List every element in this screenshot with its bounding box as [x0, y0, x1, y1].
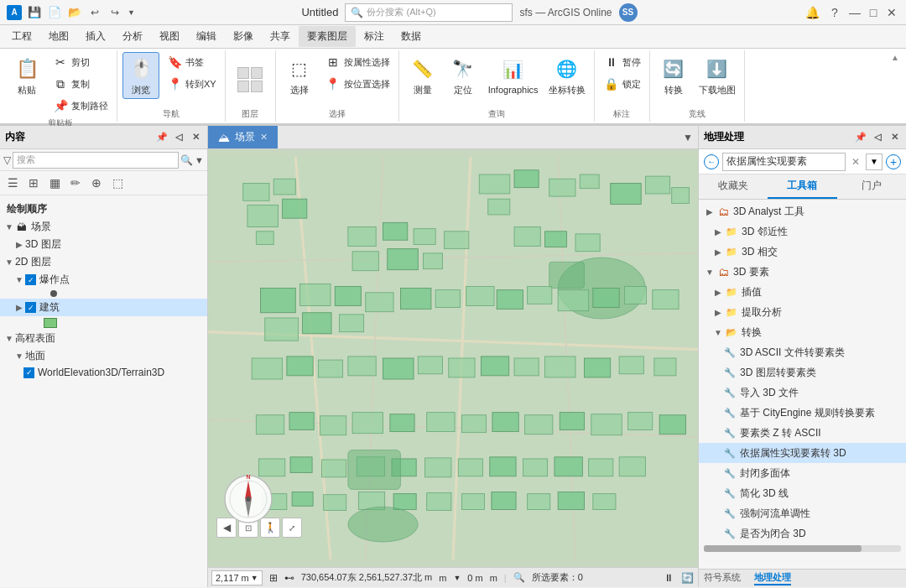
- menu-item-insert[interactable]: 插入: [77, 26, 114, 47]
- building-checkbox[interactable]: ✓: [25, 302, 36, 313]
- ct-add-layer-button[interactable]: ⊕: [87, 174, 106, 192]
- contents-pin-icon[interactable]: 📌: [155, 131, 169, 144]
- gp-pin-icon[interactable]: 📌: [854, 131, 867, 144]
- tab-dropdown-icon[interactable]: ▼: [681, 131, 695, 144]
- 3d-analyst-expand-icon[interactable]: ▶: [704, 206, 716, 217]
- tree-item-building[interactable]: ▶ ✓ 建筑: [0, 299, 207, 316]
- help-icon[interactable]: ?: [825, 3, 844, 22]
- ct-layer-button[interactable]: ⊞: [24, 174, 43, 192]
- quick-open-icon[interactable]: 📂: [67, 5, 82, 20]
- gp-item-close-solid[interactable]: 🔧 封闭多面体: [699, 463, 906, 483]
- gp-item-3d-intersect[interactable]: ▶ 📁 3D 相交: [699, 242, 906, 262]
- interpolation-expand-icon[interactable]: ▶: [712, 286, 724, 298]
- gp-item-feature-to-3d[interactable]: 🔧 依据属性实现要素转 3D: [699, 443, 906, 463]
- browse-button[interactable]: 🖱️ 浏览: [122, 52, 159, 99]
- building-expand-icon[interactable]: ▶: [13, 302, 25, 314]
- ct-edit-button[interactable]: ⬚: [108, 174, 127, 192]
- lock-button[interactable]: 🔒 锁定: [600, 74, 644, 94]
- tree-item-ground[interactable]: ▼ 地面: [0, 347, 207, 365]
- measure-status-icon[interactable]: ⊷: [284, 572, 294, 584]
- world-elevation-checkbox[interactable]: ✓: [23, 367, 34, 378]
- menu-item-imagery[interactable]: 影像: [225, 26, 262, 47]
- blast-point-checkbox[interactable]: ✓: [25, 274, 36, 285]
- 2d-layer-expand-icon[interactable]: ▼: [3, 257, 15, 268]
- gp-item-3d-ascii-to-feature[interactable]: 🔧 3D ASCII 文件转要素类: [699, 342, 906, 362]
- gp-item-extract[interactable]: ▶ 📁 提取分析: [699, 302, 906, 322]
- bottom-tab-symbol[interactable]: 符号系统: [704, 571, 741, 585]
- ct-list-view-button[interactable]: ☰: [3, 174, 22, 192]
- menu-item-map[interactable]: 地图: [40, 26, 77, 47]
- quick-new-icon[interactable]: 📄: [47, 5, 62, 20]
- ground-expand-icon[interactable]: ▼: [13, 351, 25, 362]
- menu-item-share[interactable]: 共享: [262, 26, 299, 47]
- menu-item-view[interactable]: 视图: [151, 26, 188, 47]
- maximize-button[interactable]: □: [866, 5, 881, 20]
- select-by-location-button[interactable]: 📍 按位置选择: [321, 74, 393, 94]
- menu-item-analysis[interactable]: 分析: [114, 26, 151, 47]
- scene-tab-close-icon[interactable]: ✕: [260, 132, 268, 143]
- pause-button[interactable]: ⏸ 暂停: [600, 52, 644, 72]
- gp-item-3d-layer-to-feature[interactable]: 🔧 3D 图层转要素类: [699, 362, 906, 382]
- contents-filter-icon[interactable]: ▽: [3, 154, 11, 166]
- infographics-button[interactable]: 📊 Infographics: [485, 52, 542, 99]
- gp-item-3d-feature[interactable]: ▼ 🗂 3D 要素: [699, 262, 906, 282]
- ct-draw-button[interactable]: ✏: [66, 174, 85, 192]
- elevation-expand-icon[interactable]: ▼: [3, 333, 15, 345]
- gp-auto-hide-icon[interactable]: ◁: [871, 131, 884, 144]
- gp-clear-icon[interactable]: ✕: [849, 155, 862, 169]
- ct-filter-button[interactable]: ▦: [45, 174, 64, 192]
- refresh-status-icon[interactable]: 🔄: [680, 570, 695, 585]
- select-by-attr-button[interactable]: ⊞ 按属性选择: [321, 52, 393, 72]
- redo-icon[interactable]: ↪: [107, 5, 122, 20]
- gp-item-is-closed[interactable]: 🔧 是否为闭合 3D: [699, 523, 906, 544]
- bottom-tab-geoprocessing[interactable]: 地理处理: [754, 571, 791, 585]
- pause-status-icon[interactable]: ⏸: [661, 570, 676, 585]
- gp-tab-favorites[interactable]: 收藏夹: [699, 174, 768, 199]
- grid-icon[interactable]: ⊞: [269, 572, 278, 584]
- gp-item-feature-z-ascii[interactable]: 🔧 要素类 Z 转 ASCII: [699, 423, 906, 443]
- gp-tab-toolbox[interactable]: 工具箱: [768, 174, 836, 199]
- scene-expand-icon[interactable]: ▼: [3, 221, 15, 233]
- undo-icon[interactable]: ↩: [87, 5, 102, 20]
- menu-item-annotation[interactable]: 标注: [356, 26, 393, 47]
- contents-close-icon[interactable]: ✕: [189, 131, 202, 144]
- scale-dropdown[interactable]: 2,117 m ▼: [211, 570, 263, 585]
- user-avatar[interactable]: SS: [619, 3, 638, 22]
- convert-button[interactable]: 🔄 转换: [655, 52, 692, 99]
- tree-item-world-elevation[interactable]: ✓ WorldElevation3D/Terrain3D: [0, 365, 207, 380]
- quick-save-icon[interactable]: 💾: [27, 5, 42, 20]
- 3d-feature-expand-icon[interactable]: ▼: [704, 266, 716, 278]
- gp-item-3d-neighbor[interactable]: ▶ 📁 3D 邻近性: [699, 221, 906, 242]
- title-search-box[interactable]: 🔍 份分搜索 (Alt+Q): [345, 3, 513, 22]
- fullscreen-icon[interactable]: ⤢: [282, 518, 302, 538]
- contents-search-input[interactable]: 搜索: [13, 152, 179, 169]
- minimize-button[interactable]: —: [847, 5, 862, 20]
- gp-item-flow-closure[interactable]: 🔧 强制河流单调性: [699, 503, 906, 523]
- measure-button[interactable]: 📏 测量: [404, 52, 441, 99]
- search-submit-icon[interactable]: 🔍: [180, 154, 193, 166]
- gp-item-3d-analyst[interactable]: ▶ 🗂 3D Analyst 工具: [699, 201, 906, 221]
- gp-close-icon[interactable]: ✕: [888, 131, 901, 144]
- tree-item-elevation-surface[interactable]: ▼ 高程表面: [0, 330, 207, 347]
- dropdown-arrow-icon[interactable]: ▼: [128, 8, 135, 17]
- cut-button[interactable]: ✂ 剪切: [49, 52, 112, 72]
- blast-point-expand-icon[interactable]: ▼: [13, 274, 25, 286]
- close-button[interactable]: ✕: [884, 5, 899, 20]
- menu-item-data[interactable]: 数据: [393, 26, 430, 47]
- gp-dropdown-icon[interactable]: ▼: [866, 154, 883, 170]
- gp-item-simplify-3d[interactable]: 🔧 简化 3D 线: [699, 483, 906, 503]
- menu-item-feature-layer[interactable]: 要素图层: [299, 26, 356, 47]
- gp-tab-portal[interactable]: 门户: [837, 174, 906, 199]
- extract-expand-icon[interactable]: ▶: [712, 306, 724, 318]
- tree-item-2d-layer[interactable]: ▼ 2D 图层: [0, 253, 207, 271]
- 3d-intersect-expand-icon[interactable]: ▶: [712, 246, 724, 258]
- ribbon-collapse-icon[interactable]: ▲: [889, 52, 901, 63]
- menu-item-edit[interactable]: 编辑: [188, 26, 225, 47]
- goto-xy-button[interactable]: 📍 转到XY: [163, 74, 220, 94]
- copy-button[interactable]: ⧉ 复制: [49, 74, 112, 94]
- coordinate-convert-button[interactable]: 🌐 坐标转换: [545, 52, 589, 99]
- gp-item-interpolation[interactable]: ▶ 📁 插值: [699, 282, 906, 302]
- gp-item-cityengine[interactable]: 🔧 基于 CityEngine 规则转换要素: [699, 403, 906, 423]
- map-canvas[interactable]: ◀ ⊡ 🚶 ⤢ N: [208, 149, 698, 567]
- gp-item-convert[interactable]: ▼ 📂 转换: [699, 322, 906, 342]
